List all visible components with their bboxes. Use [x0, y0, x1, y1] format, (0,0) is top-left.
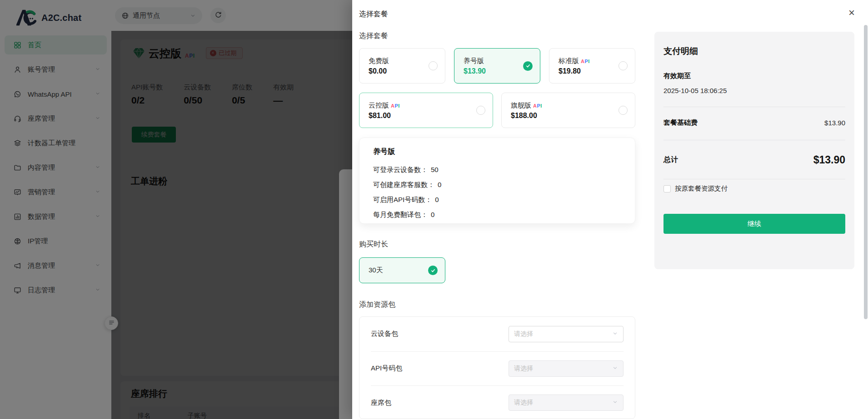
resource-select-API号码包[interactable]: 请选择	[509, 360, 624, 377]
pay-by-original-resources-checkbox[interactable]: 按原套餐资源支付	[663, 184, 845, 193]
select-placeholder: 请选择	[514, 365, 533, 373]
continue-button[interactable]: 继续	[663, 214, 845, 234]
plans-row-1: 免费版 $0.00 养号版 $13.90 标准版API $19.80	[359, 48, 635, 84]
divider	[663, 107, 845, 107]
resource-packs-card: 云设备包 请选择 API号码包 请选择 座席包 请选择	[359, 316, 635, 419]
duration-options: 30天	[359, 257, 445, 283]
plan-name: 云控版API	[369, 101, 400, 110]
total-value: $13.90	[813, 154, 845, 166]
plan-detail-line: 可创建座席客服数：0	[373, 177, 621, 192]
valid-until-label: 有效期至	[663, 72, 845, 80]
chevron-down-icon	[612, 365, 618, 373]
plan-card-云控版[interactable]: 云控版API $81.00	[359, 93, 493, 128]
plan-detail-line: 可启用API号码数：0	[373, 192, 621, 207]
plan-card-养号版[interactable]: 养号版 $13.90	[454, 48, 540, 84]
check-icon[interactable]	[523, 61, 533, 71]
payment-title: 支付明细	[663, 45, 845, 57]
resource-row: API号码包 请选择	[371, 351, 624, 386]
resources-section-label: 添加资源包	[359, 300, 395, 310]
screen: 通用节点 A2C.chat 首页	[0, 0, 868, 419]
plan-price: $188.00	[511, 112, 542, 120]
total-label: 总计	[663, 155, 678, 165]
close-icon[interactable]: ×	[844, 5, 859, 20]
plan-detail-line: 每月免费翻译包：0	[373, 207, 621, 222]
payment-summary-panel: 支付明细 有效期至 2025-10-05 18:06:25 套餐基础费 $13.…	[654, 32, 854, 269]
resource-label: 座席包	[371, 399, 391, 407]
duration-option-30天[interactable]: 30天	[359, 257, 445, 283]
plan-name: 旗舰版API	[511, 101, 542, 110]
radio-unselected-icon[interactable]	[476, 106, 485, 115]
base-fee-label: 套餐基础费	[663, 118, 698, 127]
checkbox-label: 按原套餐资源支付	[675, 184, 728, 193]
chevron-down-icon	[612, 330, 618, 338]
plans-row-2: 云控版API $81.00 旗舰版API $188.00	[359, 93, 635, 128]
resource-row: 座席包 请选择	[371, 385, 624, 419]
resource-select-云设备包[interactable]: 请选择	[509, 326, 624, 342]
check-icon[interactable]	[428, 266, 438, 275]
resource-label: API号码包	[371, 364, 402, 373]
radio-unselected-icon[interactable]	[429, 61, 438, 70]
plan-name: 标准版API	[559, 57, 590, 65]
api-tag: API	[391, 103, 400, 108]
select-placeholder: 请选择	[514, 330, 533, 338]
api-tag: API	[581, 59, 590, 64]
plan-price: $0.00	[369, 67, 389, 75]
duration-section-label: 购买时长	[359, 240, 388, 249]
total-row: 总计 $13.90	[663, 154, 845, 166]
scrollbar-thumb[interactable]	[864, 25, 868, 319]
plan-detail-name: 养号版	[373, 147, 621, 157]
api-tag: API	[533, 103, 542, 108]
checkbox-unchecked-icon[interactable]	[663, 185, 671, 192]
chevron-down-icon	[612, 399, 618, 407]
divider	[663, 140, 845, 140]
base-fee-value: $13.90	[824, 119, 845, 127]
plan-name: 30天	[369, 266, 383, 275]
plan-card-免费版[interactable]: 免费版 $0.00	[359, 48, 445, 84]
plan-detail-lines: 可登录云设备数：50 可创建座席客服数：0 可启用API号码数：0 每月免费翻译…	[373, 162, 621, 222]
modal-scrollbar[interactable]	[864, 0, 868, 419]
base-fee-row: 套餐基础费 $13.90	[663, 118, 845, 127]
plan-name: 养号版	[464, 57, 486, 65]
radio-unselected-icon[interactable]	[619, 106, 628, 115]
plan-detail-line: 可登录云设备数：50	[373, 162, 621, 177]
plan-card-标准版[interactable]: 标准版API $19.80	[549, 48, 635, 84]
plan-price: $19.80	[559, 67, 590, 75]
radio-unselected-icon[interactable]	[619, 61, 628, 70]
plan-price: $13.90	[464, 67, 486, 75]
resource-row: 云设备包 请选择	[371, 317, 624, 351]
select-plan-modal: 选择套餐 × 选择套餐 免费版 $0.00 养号版 $13.90 标准版API …	[352, 0, 868, 419]
resource-select-座席包[interactable]: 请选择	[509, 394, 624, 411]
plans-section-label: 选择套餐	[359, 31, 388, 41]
valid-until-value: 2025-10-05 18:06:25	[663, 87, 845, 94]
plan-name: 免费版	[369, 57, 389, 65]
plan-card-旗舰版[interactable]: 旗舰版API $188.00	[501, 93, 635, 128]
modal-title: 选择套餐	[359, 10, 388, 19]
plan-detail-card: 养号版 可登录云设备数：50 可创建座席客服数：0 可启用API号码数：0 每月…	[359, 138, 635, 224]
divider	[663, 179, 845, 179]
plan-price: $81.00	[369, 112, 400, 120]
resource-label: 云设备包	[371, 330, 398, 338]
select-placeholder: 请选择	[514, 399, 533, 407]
